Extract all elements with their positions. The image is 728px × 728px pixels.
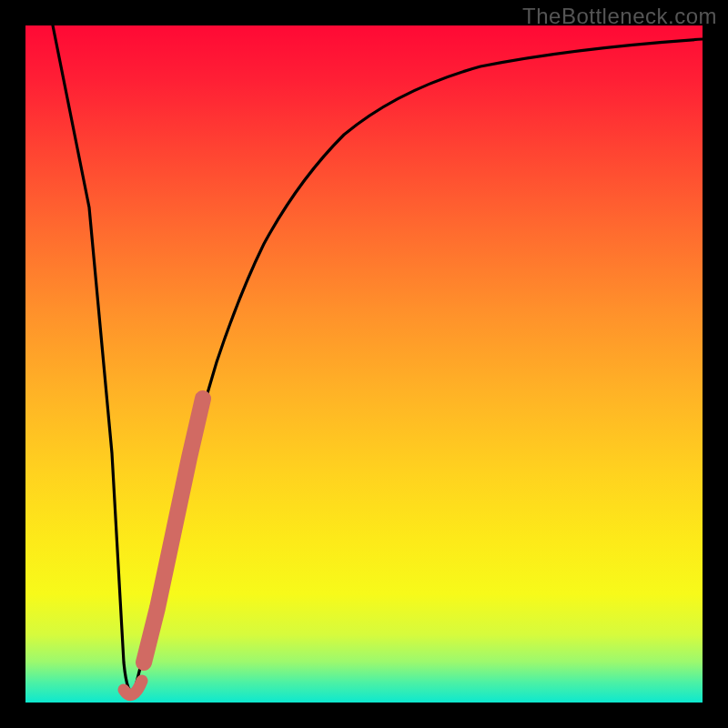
bottleneck-curve-svg [25,25,703,703]
plot-area [25,25,703,703]
bottleneck-curve [53,25,703,692]
chart-frame: TheBottleneck.com [0,0,728,728]
highlight-marker [144,399,203,662]
watermark-text: TheBottleneck.com [522,4,717,29]
